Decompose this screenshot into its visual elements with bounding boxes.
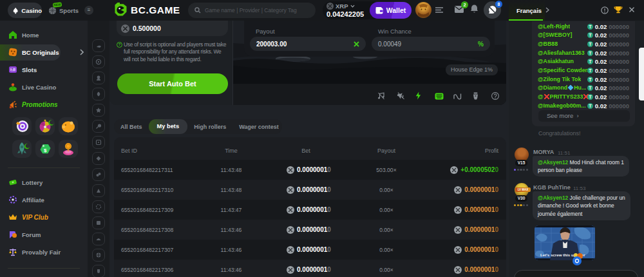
svg-text:?: ? [118,43,121,46]
svg-text:$: $ [44,148,47,153]
svg-text:Let's screw this up t: Let's screw this up t [540,253,578,257]
svg-text:7: 7 [12,68,14,72]
